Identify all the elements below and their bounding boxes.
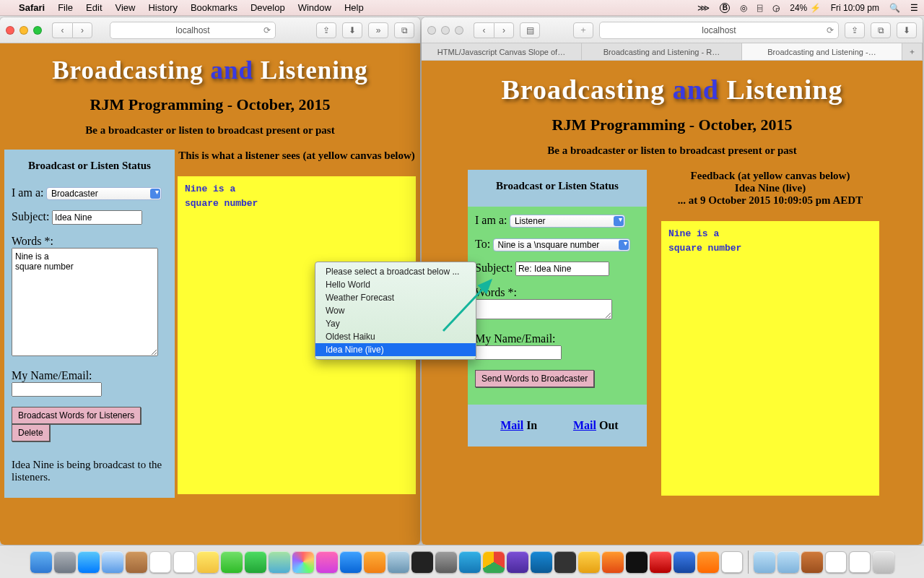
to-select[interactable]: Nine is a \nsquare number (493, 238, 630, 251)
tabs-button[interactable]: ⧉ (871, 22, 891, 38)
dropdown-option[interactable]: Yay (315, 317, 476, 330)
status-b-icon[interactable]: B (720, 3, 730, 13)
dock-ibooks-icon[interactable] (364, 551, 385, 573)
dock-app-icon[interactable] (801, 551, 823, 573)
send-button[interactable]: Send Words to Broadcaster (475, 370, 594, 387)
close-window-button[interactable] (6, 26, 14, 35)
fullscreen-window-button[interactable] (455, 26, 463, 35)
menubar-app[interactable]: Safari (19, 2, 45, 13)
dock-preview-icon[interactable] (388, 551, 409, 573)
dock-terminal-icon[interactable] (411, 551, 433, 573)
iam-select[interactable]: Broadcaster (46, 187, 162, 200)
tab-1[interactable]: Broadcasting and Listening - R… (582, 43, 742, 60)
status-airplay-icon[interactable]: ⌸ (757, 3, 762, 13)
menubar-history[interactable]: History (148, 2, 177, 13)
status-circle-icon[interactable]: ◎ (740, 3, 747, 13)
dock-vlc-icon[interactable] (697, 551, 719, 573)
status-bartender-icon[interactable]: ⋙ (697, 3, 710, 13)
words-textarea[interactable]: Nine is a square number (12, 248, 158, 356)
minimize-window-button[interactable] (441, 26, 450, 35)
dock-appstore-icon[interactable] (340, 551, 362, 573)
tabs-button[interactable]: ⧉ (394, 22, 414, 38)
dock-firefox-icon[interactable] (602, 551, 624, 573)
dropdown-option[interactable]: Oldest Haiku (315, 330, 476, 343)
status-spotlight-icon[interactable]: 🔍 (889, 3, 900, 13)
dock-contacts-icon[interactable] (126, 551, 147, 573)
status-clock[interactable]: Fri 10:09 pm (831, 3, 879, 13)
newtab-button[interactable]: ＋ (573, 22, 593, 38)
dock-file-icon[interactable] (825, 551, 847, 573)
window-controls-left[interactable] (6, 26, 42, 35)
broadcast-select-popup[interactable]: Please select a broadcast below ... Hell… (315, 262, 476, 360)
dock-safari-icon[interactable] (78, 551, 100, 573)
iam-select[interactable]: Listener (510, 215, 625, 228)
menubar-help[interactable]: Help (344, 2, 364, 13)
sidebar-button[interactable]: ▤ (520, 22, 540, 38)
status-battery[interactable]: 24% ⚡ (790, 3, 820, 13)
reload-icon[interactable]: ⟳ (827, 25, 834, 35)
forward-button[interactable]: › (494, 22, 514, 38)
dock-app-icon[interactable] (531, 551, 552, 573)
overflow-button[interactable]: » (368, 22, 388, 38)
forward-button[interactable]: › (72, 22, 92, 38)
dock-app-icon[interactable] (507, 551, 528, 573)
dock-app-icon[interactable] (578, 551, 600, 573)
back-button[interactable]: ‹ (52, 22, 72, 38)
dock-downloads-icon[interactable] (777, 551, 799, 573)
menubar-develop[interactable]: Develop (250, 2, 285, 13)
dropdown-option[interactable]: Weather Forecast (315, 291, 476, 304)
dock-app-icon[interactable] (554, 551, 576, 573)
tab-0[interactable]: HTML/Javascript Canvas Slope of… (422, 43, 582, 60)
dock-finder-icon[interactable] (30, 551, 52, 573)
dropdown-option-selected[interactable]: Idea Nine (live) (315, 343, 476, 356)
status-notifications-icon[interactable]: ☰ (910, 3, 918, 13)
menubar-bookmarks[interactable]: Bookmarks (191, 2, 237, 13)
mail-out-link[interactable]: Mail (573, 419, 596, 431)
status-wifi-icon[interactable]: ◶ (772, 3, 780, 13)
dock-app-icon[interactable] (721, 551, 743, 573)
fullscreen-window-button[interactable] (33, 26, 42, 35)
dock-app-icon[interactable] (626, 551, 648, 573)
dock-systemprefs-icon[interactable] (435, 551, 457, 573)
subject-input[interactable] (52, 210, 142, 225)
close-window-button[interactable] (427, 26, 436, 35)
dock-notes-icon[interactable] (197, 551, 219, 573)
delete-button[interactable]: Delete (12, 424, 50, 441)
dropdown-option[interactable]: Hello World (315, 278, 476, 291)
dock-facetime-icon[interactable] (245, 551, 266, 573)
words-textarea[interactable] (475, 299, 612, 319)
back-button[interactable]: ‹ (474, 22, 494, 38)
dock-reminders-icon[interactable] (173, 551, 195, 573)
dropdown-option[interactable]: Wow (315, 304, 476, 317)
dock-itunes-icon[interactable] (316, 551, 338, 573)
dock-folder-icon[interactable] (754, 551, 775, 573)
dock-trash-icon[interactable] (873, 551, 894, 573)
mail-in-link[interactable]: Mail (500, 419, 523, 431)
minimize-window-button[interactable] (19, 26, 28, 35)
share-button[interactable]: ⇪ (845, 22, 865, 38)
mac-dock[interactable] (0, 545, 924, 578)
downloads-button[interactable]: ⬇ (342, 22, 362, 38)
menubar-window[interactable]: Window (298, 2, 331, 13)
dock-messages-icon[interactable] (221, 551, 243, 573)
dock-app-icon[interactable] (459, 551, 481, 573)
dock-mail-icon[interactable] (102, 551, 123, 573)
dock-chrome-icon[interactable] (483, 551, 505, 573)
dock-maps-icon[interactable] (269, 551, 290, 573)
reload-icon[interactable]: ⟳ (263, 25, 271, 35)
tab-new[interactable]: ＋ (902, 43, 923, 60)
broadcast-button[interactable]: Broadcast Words for Listeners (12, 407, 141, 424)
menubar-edit[interactable]: Edit (86, 2, 102, 13)
dock-app-icon[interactable] (674, 551, 695, 573)
menubar-file[interactable]: File (58, 2, 73, 13)
downloads-button[interactable]: ⬇ (897, 22, 917, 38)
name-input[interactable] (475, 345, 562, 360)
menubar-view[interactable]: View (116, 2, 136, 13)
dock-filezilla-icon[interactable] (650, 551, 671, 573)
dock-photos-icon[interactable] (292, 551, 314, 573)
tab-2[interactable]: Broadcasting and Listening -… (742, 43, 902, 60)
share-button[interactable]: ⇪ (316, 22, 336, 38)
address-bar-right[interactable]: localhost ⟳ (599, 22, 839, 39)
subject-input[interactable] (515, 262, 609, 276)
dock-launchpad-icon[interactable] (54, 551, 76, 573)
